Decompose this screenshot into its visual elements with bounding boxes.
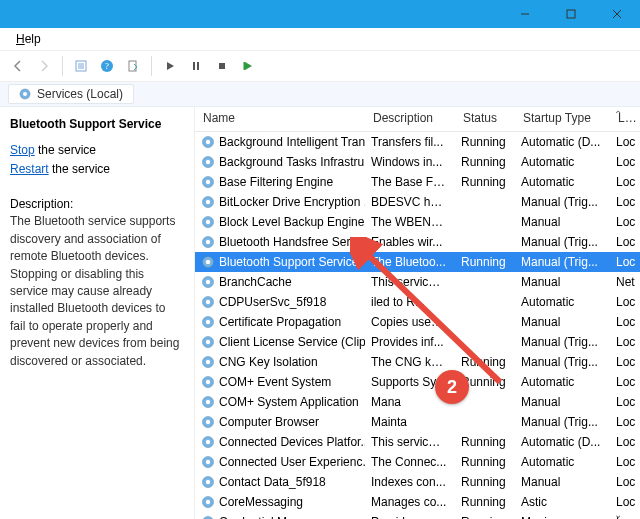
- cell-description: Provides inf...: [365, 332, 455, 352]
- service-row[interactable]: CoreMessagingManages co...RunningAsticLo…: [195, 492, 640, 512]
- service-name: COM+ System Application: [219, 395, 359, 409]
- service-row[interactable]: BitLocker Drive Encryption ...BDESVC hos…: [195, 192, 640, 212]
- cell-status: Running: [455, 492, 515, 512]
- cell-log: Loc: [610, 172, 640, 192]
- cell-startup: Manual: [515, 272, 610, 292]
- cell-startup: Manual (Trig...: [515, 232, 610, 252]
- service-row[interactable]: Connected User Experienc...The Connec...…: [195, 452, 640, 472]
- service-name: COM+ Event System: [219, 375, 331, 389]
- stop-service-button[interactable]: [210, 54, 234, 78]
- service-row[interactable]: Block Level Backup Engine ...The WBENG..…: [195, 212, 640, 232]
- service-icon: [201, 315, 215, 329]
- col-startup-type[interactable]: Startup Type: [515, 107, 610, 132]
- service-row[interactable]: Background Intelligent Tran...Transfers …: [195, 132, 640, 153]
- cell-description: The WBENG...: [365, 212, 455, 232]
- service-row[interactable]: Credential ManagerProvides se...RunningM…: [195, 512, 640, 519]
- cell-name: CoreMessaging: [195, 492, 365, 512]
- cell-description: Transfers fil...: [365, 132, 455, 153]
- service-row[interactable]: CDPUserSvc_5f918 iled to R...AutomaticLo…: [195, 292, 640, 312]
- svg-point-30: [206, 260, 210, 264]
- service-row[interactable]: Base Filtering EngineThe Base Fil...Runn…: [195, 172, 640, 192]
- service-name: Base Filtering Engine: [219, 175, 333, 189]
- service-row[interactable]: Connected Devices Platfor...This service…: [195, 432, 640, 452]
- service-row[interactable]: Client License Service (ClipS...Provides…: [195, 332, 640, 352]
- service-icon: [201, 395, 215, 409]
- cell-name: Credential Manager: [195, 512, 365, 519]
- cell-description: Provides se...: [365, 512, 455, 519]
- back-button[interactable]: [6, 54, 30, 78]
- cell-startup: Automatic: [515, 372, 610, 392]
- scroll-down-icon[interactable]: ⌄: [614, 509, 622, 519]
- service-row[interactable]: Certificate PropagationCopies user ...Ma…: [195, 312, 640, 332]
- cell-log: Loc: [610, 392, 640, 412]
- cell-description: Indexes con...: [365, 472, 455, 492]
- cell-description: BDESVC hos...: [365, 192, 455, 212]
- service-row[interactable]: Background Tasks Infrastru...Windows in.…: [195, 152, 640, 172]
- scroll-up-icon[interactable]: ⌃: [614, 109, 622, 120]
- menu-help[interactable]: Help: [8, 30, 49, 48]
- service-icon: [201, 455, 215, 469]
- svg-point-42: [206, 380, 210, 384]
- col-status[interactable]: Status: [455, 107, 515, 132]
- details-pane: Bluetooth Support Service Stop the servi…: [0, 107, 195, 519]
- svg-point-24: [206, 200, 210, 204]
- separator: [151, 56, 152, 76]
- cell-status: Running: [455, 472, 515, 492]
- service-icon: [201, 415, 215, 429]
- stop-service-link[interactable]: Stop: [10, 143, 35, 157]
- service-row[interactable]: Computer BrowserMaintaManual (Trig...Loc: [195, 412, 640, 432]
- services-grid[interactable]: Name Description Status Startup Type Log…: [195, 107, 640, 519]
- svg-point-32: [206, 280, 210, 284]
- grid-header-row: Name Description Status Startup Type Log: [195, 107, 640, 132]
- cell-log: Loc: [610, 452, 640, 472]
- service-row[interactable]: Contact Data_5f918Indexes con...RunningM…: [195, 472, 640, 492]
- service-icon: [201, 275, 215, 289]
- cell-description: This service ...: [365, 272, 455, 292]
- start-service-button[interactable]: [158, 54, 182, 78]
- cell-name: Bluetooth Handsfree Service: [195, 232, 365, 252]
- service-icon: [201, 295, 215, 309]
- export-list-button[interactable]: [121, 54, 145, 78]
- col-description[interactable]: Description: [365, 107, 455, 132]
- svg-rect-14: [244, 62, 246, 70]
- cell-status: Running: [455, 132, 515, 153]
- help-button[interactable]: ?: [95, 54, 119, 78]
- pause-service-button[interactable]: [184, 54, 208, 78]
- gear-icon: [19, 88, 31, 100]
- svg-rect-11: [193, 62, 195, 70]
- col-name[interactable]: Name: [195, 107, 365, 132]
- service-name: Bluetooth Handsfree Service: [219, 235, 365, 249]
- cell-status: [455, 272, 515, 292]
- services-local-tab[interactable]: Services (Local): [0, 82, 640, 107]
- properties-button[interactable]: [69, 54, 93, 78]
- cell-description: The Bluetoo...: [365, 252, 455, 272]
- cell-startup: Astic: [515, 492, 610, 512]
- cell-log: Loc: [610, 372, 640, 392]
- service-name: Client License Service (ClipS...: [219, 335, 365, 349]
- maximize-button[interactable]: [548, 0, 594, 28]
- cell-startup: Automatic: [515, 152, 610, 172]
- cell-status: [455, 412, 515, 432]
- cell-status: Running: [455, 352, 515, 372]
- forward-button[interactable]: [32, 54, 56, 78]
- service-row[interactable]: CNG Key IsolationThe CNG ke...RunningMan…: [195, 352, 640, 372]
- svg-point-40: [206, 360, 210, 364]
- restart-service-link[interactable]: Restart: [10, 162, 49, 176]
- service-row[interactable]: BranchCacheThis service ...ManualNet: [195, 272, 640, 292]
- minimize-button[interactable]: [502, 0, 548, 28]
- cell-name: Background Intelligent Tran...: [195, 132, 365, 152]
- service-row[interactable]: COM+ System ApplicationManaManualLoc: [195, 392, 640, 412]
- toolbar: ?: [0, 51, 640, 82]
- restart-service-button[interactable]: [236, 54, 260, 78]
- menubar: Help: [0, 28, 640, 51]
- close-button[interactable]: [594, 0, 640, 28]
- svg-rect-1: [567, 10, 575, 18]
- service-row[interactable]: COM+ Event SystemSupports Sy...RunningAu…: [195, 372, 640, 392]
- service-row[interactable]: Bluetooth Handsfree ServiceEnables wir..…: [195, 232, 640, 252]
- service-row[interactable]: Bluetooth Support ServiceThe Bluetoo...R…: [195, 252, 640, 272]
- cell-description: Manages co...: [365, 492, 455, 512]
- service-icon: [201, 435, 215, 449]
- svg-point-20: [206, 160, 210, 164]
- cell-name: Background Tasks Infrastru...: [195, 152, 365, 172]
- cell-status: [455, 332, 515, 352]
